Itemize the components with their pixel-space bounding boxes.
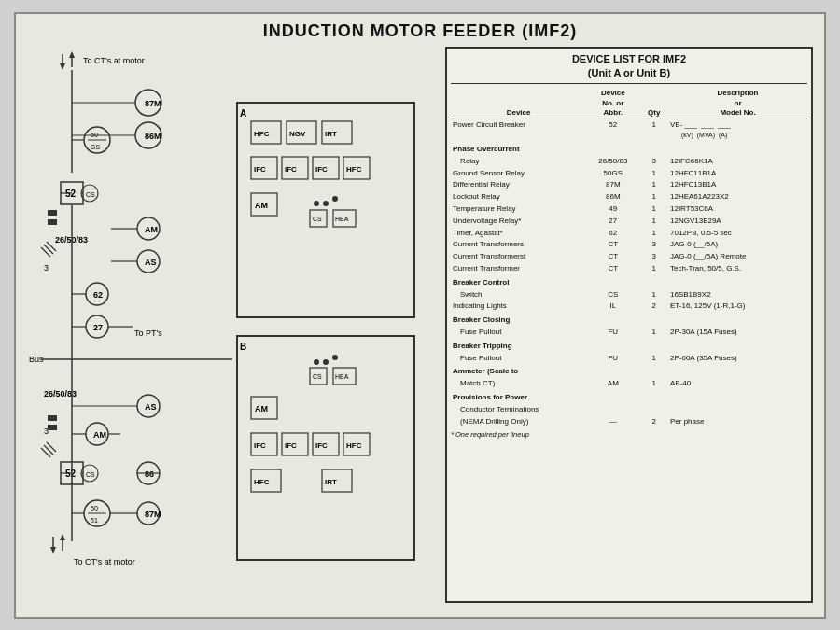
cell-desc bbox=[668, 142, 807, 156]
svg-text:CS: CS bbox=[313, 216, 322, 222]
cell-qty: 1 bbox=[639, 353, 668, 365]
cell-device: Lockout Relay bbox=[451, 191, 586, 203]
table-row: Differential Relay87M112HFC13B1A bbox=[451, 179, 807, 191]
cell-device: Breaker Control bbox=[451, 275, 586, 289]
table-header: Device DeviceNo. orAbbr. Qty Description… bbox=[451, 88, 807, 119]
table-row: Undervoltage Relay*27112NGV13B29A bbox=[451, 216, 807, 228]
svg-point-73 bbox=[323, 201, 329, 206]
cell-qty bbox=[639, 364, 668, 378]
cell-abbr bbox=[586, 142, 639, 156]
cell-abbr bbox=[586, 364, 639, 378]
svg-text:HFC: HFC bbox=[254, 130, 270, 138]
cell-qty: 1 bbox=[639, 327, 668, 339]
cell-desc: ET-16, 125V (1-R,1-G) bbox=[668, 301, 807, 313]
table-row: Breaker Control bbox=[451, 275, 807, 289]
cell-abbr: CS bbox=[586, 289, 639, 301]
svg-text:To CT's at motor: To CT's at motor bbox=[74, 557, 135, 567]
svg-point-81 bbox=[314, 359, 319, 365]
device-table: Device DeviceNo. orAbbr. Qty Description… bbox=[451, 88, 807, 427]
table-row: Fuse PulloutFU12P-60A (35A Fuses) bbox=[451, 353, 807, 365]
cell-desc bbox=[668, 364, 807, 378]
table-row: Relay26/50/83312IFC66K1A bbox=[451, 156, 807, 168]
cell-abbr bbox=[586, 313, 639, 327]
svg-point-83 bbox=[332, 355, 338, 360]
table-row: Current TransformerCT1Tech-Tran, 50/5, G… bbox=[451, 263, 807, 275]
svg-rect-126 bbox=[48, 425, 57, 430]
cell-qty: 1 bbox=[639, 191, 668, 203]
device-list-panel: DEVICE LIST FOR IMF2 (Unit A or Unit B) … bbox=[445, 47, 813, 603]
col-desc: DescriptionorModel No. bbox=[668, 88, 807, 119]
cell-device: Match CT) bbox=[451, 378, 586, 390]
cell-desc: 16SB1B9X2 bbox=[668, 289, 807, 301]
svg-text:IFC: IFC bbox=[315, 165, 328, 174]
cell-qty bbox=[639, 142, 668, 156]
svg-text:IFC: IFC bbox=[285, 441, 297, 450]
svg-text:A: A bbox=[240, 108, 246, 119]
svg-text:NGV: NGV bbox=[289, 130, 306, 138]
cell-device: Timer, Agastat* bbox=[451, 228, 586, 240]
svg-text:27: 27 bbox=[93, 323, 103, 332]
cell-desc: 12HFC11B1A bbox=[668, 168, 807, 180]
table-row: Breaker Tripping bbox=[451, 339, 807, 353]
cell-desc: 12HEA61A223X2 bbox=[668, 191, 807, 203]
svg-rect-125 bbox=[48, 415, 57, 421]
svg-text:HFC: HFC bbox=[346, 441, 362, 450]
svg-text:HEA: HEA bbox=[335, 373, 349, 380]
table-row: Match CT)AM1AB-40 bbox=[451, 378, 807, 390]
cell-desc: 2P-30A (15A Fuses) bbox=[668, 327, 807, 339]
table-row: Current TransformersCT3JAG-0 (__/5A) bbox=[451, 239, 807, 251]
cell-abbr bbox=[586, 339, 639, 353]
cell-device: Current Transformers bbox=[451, 239, 586, 251]
cell-device: Current Transformer bbox=[451, 263, 586, 275]
svg-text:AM: AM bbox=[145, 225, 158, 234]
cell-qty: 3 bbox=[639, 251, 668, 263]
device-list-title: DEVICE LIST FOR IMF2 (Unit A or Unit B) bbox=[451, 52, 807, 85]
cell-abbr: 52 bbox=[586, 119, 639, 142]
cell-device: Fuse Pullout bbox=[451, 327, 586, 339]
svg-point-74 bbox=[332, 196, 338, 202]
table-row: Timer, Agastat*6217012PB, 0.5-5 sec bbox=[451, 228, 807, 240]
svg-text:AS: AS bbox=[145, 258, 157, 267]
svg-text:62: 62 bbox=[93, 290, 103, 300]
cell-device: Relay bbox=[451, 156, 586, 168]
cell-abbr bbox=[586, 390, 639, 404]
svg-text:AM: AM bbox=[93, 430, 106, 440]
svg-text:B: B bbox=[240, 342, 246, 352]
cell-abbr: CT bbox=[586, 251, 639, 263]
cell-desc: JAG-0 (__/5A) bbox=[668, 239, 807, 251]
cell-device: Current Transformerst bbox=[451, 251, 586, 263]
cell-abbr bbox=[586, 404, 639, 416]
svg-text:IRT: IRT bbox=[325, 130, 337, 138]
cell-abbr: CT bbox=[586, 263, 639, 275]
cell-abbr: FU bbox=[586, 353, 639, 365]
svg-text:CS: CS bbox=[86, 471, 95, 478]
cell-desc bbox=[668, 404, 807, 416]
cell-desc: Per phase bbox=[668, 416, 807, 428]
svg-text:CS: CS bbox=[313, 373, 322, 380]
cell-qty: 2 bbox=[639, 301, 668, 313]
cell-desc: 12IRT53C6A bbox=[668, 203, 807, 216]
cell-qty bbox=[639, 404, 668, 416]
table-row: Indicating LightsIL2ET-16, 125V (1-R,1-G… bbox=[451, 301, 807, 313]
table-row: Power Circuit Breaker521VB- ___ ___ ___(… bbox=[451, 119, 807, 142]
table-row: (NEMA Drilling Only)—2Per phase bbox=[451, 416, 807, 428]
cell-device: Power Circuit Breaker bbox=[451, 119, 586, 142]
cell-abbr: CT bbox=[586, 239, 639, 251]
svg-text:87M: 87M bbox=[145, 99, 161, 108]
cell-qty: 3 bbox=[639, 239, 668, 251]
svg-text:GS: GS bbox=[91, 144, 100, 150]
cell-desc: 12HFC13B1A bbox=[668, 179, 807, 191]
cell-abbr: 62 bbox=[586, 228, 639, 240]
svg-text:AS: AS bbox=[145, 402, 157, 412]
svg-text:HFC: HFC bbox=[346, 165, 362, 174]
cell-desc: Tech-Tran, 50/5, G.S. bbox=[668, 263, 807, 275]
svg-text:IFC: IFC bbox=[315, 441, 328, 450]
cell-desc: 12NGV13B29A bbox=[668, 216, 807, 228]
svg-rect-124 bbox=[48, 219, 57, 225]
main-title: INDUCTION MOTOR FEEDER (IMF2) bbox=[27, 21, 813, 41]
cell-qty: 1 bbox=[639, 263, 668, 275]
cell-qty: 1 bbox=[639, 228, 668, 240]
cell-device: Phase Overcurrent bbox=[451, 142, 586, 156]
cell-desc bbox=[668, 390, 807, 404]
cell-device: Temperature Relay bbox=[451, 203, 586, 216]
